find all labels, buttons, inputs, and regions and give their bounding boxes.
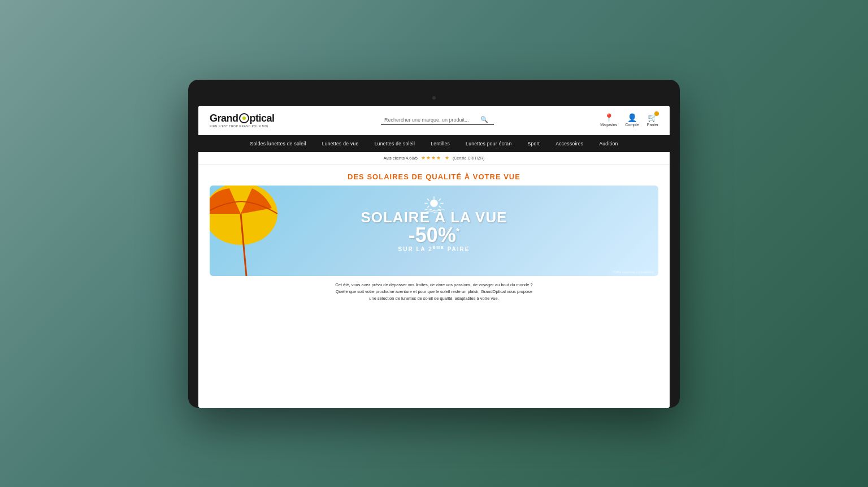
- ratings-certification: (Certifié CRITIZR): [453, 156, 484, 160]
- compte-button[interactable]: 👤 Compte: [625, 113, 639, 127]
- nav-item-lentilles[interactable]: Lentilles: [428, 140, 452, 148]
- nav-item-audition[interactable]: Audition: [597, 140, 620, 148]
- panier-label: Panier: [647, 123, 658, 127]
- magasins-label: Magasins: [600, 123, 617, 127]
- svg-line-5: [439, 206, 441, 208]
- main-content: DES SOLAIRES DE QUALITÉ À VOTRE VUE: [198, 165, 670, 408]
- star-icons: ★★★★: [421, 155, 441, 161]
- ratings-bar: Avis clients 4,60/5 ★★★★★ (Certifié CRIT…: [198, 152, 670, 165]
- laptop-screen: Grand ptical RIEN N'EST TROP GRAND POUR …: [198, 106, 670, 408]
- logo-o-icon: [239, 113, 249, 123]
- banner-text-area: SOLAIRE À LA VUE -50%* SUR LA 2ème PAIRE: [338, 209, 530, 252]
- nav-item-lunettes-ecran[interactable]: Lunettes pour écran: [463, 140, 514, 148]
- banner-disclaimer: *Offre soumise à conditions: [613, 270, 654, 274]
- description-text: Cet été, vous avez prévu de dépasser vos…: [198, 276, 670, 308]
- svg-point-9: [430, 199, 437, 206]
- umbrella-decoration: [210, 186, 277, 276]
- promo-title: DES SOLAIRES DE QUALITÉ À VOTRE VUE: [198, 165, 670, 186]
- main-nav: Soldes lunettes de soleil Lunettes de vu…: [198, 135, 670, 152]
- ratings-text: Avis clients 4,60/5: [384, 156, 418, 161]
- logo-text-grand: Grand: [210, 113, 238, 124]
- logo-text-ptical: ptical: [250, 113, 275, 124]
- header-icons: 📍 Magasins 👤 Compte 🛒 Panier: [600, 113, 658, 127]
- magasins-button[interactable]: 📍 Magasins: [600, 113, 617, 127]
- svg-line-3: [439, 199, 441, 200]
- banner-main-title: SOLAIRE À LA VUE: [338, 209, 530, 225]
- discount-sup: *: [456, 227, 459, 236]
- nav-item-lunettes-vue[interactable]: Lunettes de vue: [320, 140, 361, 148]
- star-half-icon: ★: [445, 155, 449, 161]
- camera-dot: [432, 96, 436, 100]
- search-icon[interactable]: 🔍: [480, 116, 488, 123]
- nav-item-soldes[interactable]: Soldes lunettes de soleil: [248, 140, 308, 148]
- nav-item-sport[interactable]: Sport: [525, 140, 542, 148]
- location-icon: 📍: [604, 113, 613, 122]
- cart-icon: 🛒: [648, 113, 657, 122]
- logo-tagline: RIEN N'EST TROP GRAND POUR MOI: [210, 124, 275, 128]
- description-line-3: une sélection de lunettes de soleil de q…: [221, 295, 647, 302]
- svg-line-8: [427, 206, 429, 208]
- search-input[interactable]: [384, 117, 480, 123]
- nav-item-accessoires[interactable]: Accessoires: [553, 140, 585, 148]
- laptop-top-bar: [198, 90, 670, 106]
- svg-line-6: [427, 199, 429, 200]
- cart-badge: [654, 111, 659, 116]
- hero-banner: SOLAIRE À LA VUE -50%* SUR LA 2ème PAIRE…: [210, 186, 658, 276]
- site-header: Grand ptical RIEN N'EST TROP GRAND POUR …: [198, 106, 670, 135]
- site-logo[interactable]: Grand ptical: [210, 113, 275, 124]
- search-bar[interactable]: 🔍: [381, 115, 494, 125]
- banner-discount: -50%*: [338, 225, 530, 245]
- nav-item-lunettes-soleil[interactable]: Lunettes de soleil: [372, 140, 418, 148]
- banner-subtitle: SUR LA 2ème PAIRE: [338, 245, 530, 252]
- description-line-2: Quelle que soit votre prochaine aventure…: [221, 288, 647, 295]
- description-line-1: Cet été, vous avez prévu de dépasser vos…: [221, 282, 647, 288]
- laptop-frame: Grand ptical RIEN N'EST TROP GRAND POUR …: [188, 80, 680, 408]
- logo-area: Grand ptical RIEN N'EST TROP GRAND POUR …: [210, 113, 275, 128]
- compte-label: Compte: [625, 123, 639, 127]
- account-icon: 👤: [628, 113, 637, 122]
- panier-button[interactable]: 🛒 Panier: [647, 113, 658, 127]
